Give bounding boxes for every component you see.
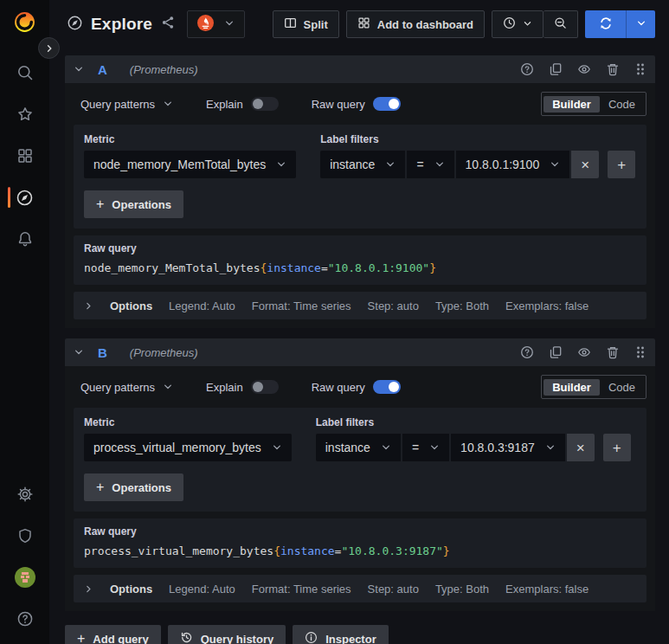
code-mode-option[interactable]: Code (600, 96, 644, 113)
search-minus-icon (554, 16, 567, 32)
add-to-dashboard-button[interactable]: Add to dashboard (346, 10, 485, 38)
add-operations-button[interactable]: + Operations (84, 473, 183, 501)
sidebar-item-search[interactable] (0, 61, 49, 84)
query-options-collapsible[interactable]: Options Legend: Auto Format: Time series… (74, 575, 646, 602)
info-circle-icon (305, 631, 318, 644)
explain-label: Explain (206, 98, 243, 111)
options-step: Step: auto (368, 299, 419, 312)
code-mode-option[interactable]: Code (600, 379, 644, 396)
query-patterns-dropdown[interactable]: Query patterns (80, 98, 173, 111)
star-icon (16, 106, 34, 123)
shield-icon (16, 527, 34, 544)
raw-query-preview-label: Raw query (84, 525, 636, 538)
builder-mode-option[interactable]: Builder (544, 96, 600, 113)
duplicate-query-icon[interactable] (549, 62, 563, 76)
search-icon (16, 64, 34, 81)
options-legend: Legend: Auto (169, 299, 235, 312)
raw-query-toggle[interactable] (373, 97, 401, 111)
hide-query-eye-icon[interactable] (577, 345, 591, 359)
promql-expression: process_virtual_memory_bytes{instance="1… (84, 544, 636, 559)
query-header-a[interactable]: A (Prometheus) (65, 55, 655, 83)
explain-toggle[interactable] (251, 97, 279, 111)
raw-query-preview: Raw query node_memory_MemTotal_bytes{ins… (74, 235, 646, 285)
collapse-chevron-icon[interactable] (74, 347, 84, 357)
add-filter-button[interactable]: + (603, 434, 631, 461)
query-history-label: Query history (201, 633, 274, 644)
inspector-button[interactable]: Inspector (293, 625, 389, 644)
explain-toggle[interactable] (251, 380, 279, 394)
query-ref-id[interactable]: B (98, 345, 107, 360)
page-title: Explore (91, 15, 152, 34)
split-button[interactable]: Split (273, 10, 339, 38)
query-editor-body-b: Query patterns Explain Raw query Builder… (65, 366, 655, 611)
chevron-right-icon (84, 584, 93, 594)
add-query-button[interactable]: + Add query (65, 625, 161, 644)
metric-value: process_virtual_memory_bytes (93, 441, 261, 454)
builder-mode-option[interactable]: Builder (544, 379, 600, 396)
explore-toolbar: Explore Split Add to dashboard (49, 0, 669, 48)
delete-query-trash-icon[interactable] (606, 62, 620, 76)
metric-field-label: Metric (84, 133, 296, 145)
code-label-key: instance (280, 544, 335, 557)
code-label-key: instance (267, 261, 321, 274)
sidebar-item-alerting[interactable] (0, 228, 49, 250)
duplicate-query-icon[interactable] (549, 345, 563, 359)
delete-query-trash-icon[interactable] (606, 345, 620, 359)
datasource-picker[interactable] (187, 10, 245, 38)
run-query-interval-dropdown[interactable] (626, 10, 655, 38)
query-patterns-label: Query patterns (80, 381, 155, 394)
grafana-logo[interactable] (13, 10, 36, 37)
remove-filter-button[interactable]: × (571, 151, 599, 178)
run-query-button[interactable] (585, 10, 626, 38)
filter-value-select[interactable]: 10.8.0.1:9100 (456, 151, 570, 178)
query-header-b[interactable]: B (Prometheus) (65, 338, 655, 366)
add-operations-button[interactable]: + Operations (84, 190, 183, 218)
filter-key-value: instance (325, 441, 370, 454)
query-ref-id[interactable]: A (98, 62, 107, 77)
filter-operator-select[interactable]: = (407, 151, 454, 178)
share-icon[interactable] (161, 16, 175, 33)
metric-select[interactable]: node_memory_MemTotal_bytes (84, 151, 296, 178)
plus-icon: + (77, 632, 85, 644)
collapse-chevron-icon[interactable] (74, 64, 84, 74)
sidebar-item-explore[interactable] (0, 186, 49, 209)
drag-handle-icon[interactable] (634, 62, 646, 76)
metric-select[interactable]: process_virtual_memory_bytes (84, 434, 292, 461)
explore-compass-icon (67, 15, 83, 35)
columns-icon (284, 16, 297, 32)
sidebar-item-server-admin[interactable] (0, 525, 49, 547)
help-circle-icon[interactable] (520, 345, 534, 359)
add-filter-button[interactable]: + (608, 151, 635, 178)
filter-key-select[interactable]: instance (320, 151, 405, 178)
time-controls (492, 10, 578, 38)
query-patterns-label: Query patterns (80, 98, 155, 111)
sidebar-item-starred[interactable] (0, 103, 49, 126)
filter-key-value: instance (330, 158, 375, 171)
compass-icon (16, 189, 34, 207)
sidebar-item-profile[interactable] (0, 566, 49, 589)
filter-value-select[interactable]: 10.8.0.3:9187 (451, 434, 565, 461)
add-query-label: Add query (93, 633, 148, 644)
sidebar-item-settings[interactable] (0, 483, 49, 506)
sidebar-item-dashboards[interactable] (0, 145, 49, 167)
sidebar (0, 0, 49, 644)
drag-handle-icon[interactable] (634, 345, 646, 359)
query-options-collapsible[interactable]: Options Legend: Auto Format: Time series… (74, 292, 646, 319)
split-label: Split (304, 18, 328, 31)
time-range-picker[interactable] (492, 10, 544, 38)
gear-icon (16, 486, 34, 503)
help-circle-icon[interactable] (520, 62, 534, 76)
filter-operator-select[interactable]: = (402, 434, 449, 461)
sidebar-expand-button[interactable] (38, 37, 60, 59)
user-avatar (15, 567, 35, 588)
raw-query-preview-label: Raw query (84, 242, 636, 254)
remove-filter-button[interactable]: × (567, 434, 595, 461)
query-patterns-dropdown[interactable]: Query patterns (80, 381, 173, 394)
hide-query-eye-icon[interactable] (577, 62, 591, 76)
zoom-out-button[interactable] (544, 10, 578, 38)
code-equals: = (321, 261, 328, 274)
filter-key-select[interactable]: instance (316, 434, 401, 461)
sidebar-item-help[interactable] (0, 608, 49, 630)
raw-query-toggle[interactable] (373, 380, 401, 394)
query-history-button[interactable]: Query history (168, 625, 286, 644)
